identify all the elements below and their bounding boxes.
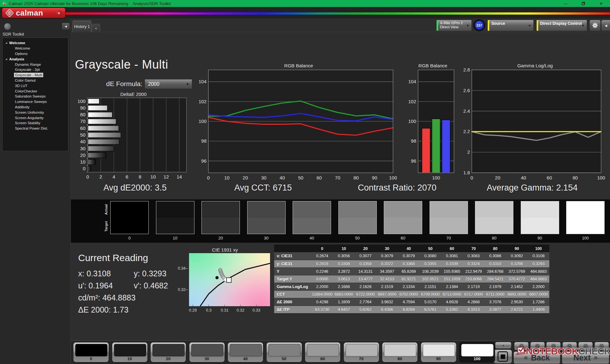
- toolbar-button-1[interactable]: [514, 342, 529, 350]
- gamma-line-chart: Gamma Log/Log 1.822.22.42.62.80204060801…: [460, 63, 610, 184]
- svg-text:30: 30: [80, 146, 85, 151]
- sidebar-item-screen-stability[interactable]: Screen Stability: [3, 120, 68, 126]
- svg-text:2.8: 2.8: [463, 68, 470, 72]
- svg-text:0: 0: [207, 175, 210, 180]
- pattern-button-20[interactable]: 20: [150, 342, 186, 362]
- sidebar-item-screen-uniformity[interactable]: Screen Uniformity: [3, 110, 68, 115]
- pattern-button-80[interactable]: 80: [382, 342, 418, 362]
- actual-row-label: Actual: [104, 200, 108, 219]
- panel-collapse-icon[interactable]: ◀: [601, 20, 610, 31]
- de-formula-select[interactable]: 2000 ▼: [145, 79, 192, 89]
- sidebar-item-label: Dynamic Range: [14, 62, 42, 67]
- table-cell: 63.3730: [311, 306, 333, 313]
- minimize-icon[interactable]: —: [557, 0, 574, 7]
- table-cell: 4.6928: [441, 298, 463, 306]
- pattern-button-0[interactable]: 0: [73, 342, 109, 362]
- stat-contrast-ratio: Contrast Ratio: 2070: [358, 183, 437, 193]
- sidebar-pin-button[interactable]: [4, 23, 11, 30]
- pattern-button-30[interactable]: 30: [189, 342, 225, 362]
- stop-measure-button[interactable]: [493, 349, 512, 364]
- sidebar-item-dynamic-range[interactable]: Dynamic Range: [3, 62, 68, 67]
- sidebar-item-spectral-power-dist-[interactable]: Spectral Power Dist.: [3, 126, 68, 131]
- table-cell: 6607.0000: [528, 290, 549, 298]
- meter-dropdown[interactable]: X-Rite i1Pro 2 Direct View ▼: [436, 20, 472, 31]
- chevron-down-icon: ▼: [186, 82, 189, 86]
- table-cell: 6697.0000: [376, 290, 398, 298]
- pattern-button-50[interactable]: 50: [266, 342, 302, 362]
- grayscale-swatch-20: [201, 201, 240, 234]
- sidebar-item-options[interactable]: Options: [3, 51, 68, 57]
- svg-text:2.2: 2.2: [463, 129, 470, 134]
- toolbar-button-5[interactable]: [578, 342, 593, 350]
- pattern-button-10[interactable]: 10: [112, 342, 148, 362]
- table-cell: 0.3339: [441, 260, 463, 267]
- sidebar-item-additivity[interactable]: Additivity: [3, 104, 68, 110]
- stat-average-gamma: Average Gamma: 2.154: [487, 183, 578, 193]
- toolbar-button-2[interactable]: [530, 342, 545, 350]
- current-reading-title: Current Reading: [78, 253, 173, 263]
- sidebar-item-grayscale-multi[interactable]: Grayscale - Multi: [3, 72, 68, 78]
- sidebar-item-colorchecker[interactable]: ColorChecker: [3, 88, 68, 94]
- settings-button[interactable]: [589, 20, 601, 31]
- sidebar-item-label: 3D LUT: [14, 84, 29, 88]
- add-tab-button[interactable]: +: [92, 24, 100, 32]
- pattern-button-70[interactable]: 70: [343, 342, 379, 362]
- current-reading-uv: u': 0.1964 v': 0.4682: [78, 281, 173, 290]
- tree-expander-icon[interactable]: ◢: [5, 42, 8, 44]
- table-cell: 2.1519: [376, 283, 398, 290]
- sidebar-item-luminance-sweeps[interactable]: Luminance Sweeps: [3, 99, 68, 104]
- display-control-dropdown[interactable]: Direct Display Control ▼: [536, 20, 587, 31]
- swatch-level-label: 0: [110, 236, 149, 240]
- table-cell: 0.2246: [311, 267, 333, 275]
- table-cell: 4.6457: [333, 306, 355, 313]
- sidebar-item-saturation-sweeps[interactable]: Saturation Sweeps: [3, 94, 68, 99]
- table-cell: 0.3355: [419, 260, 441, 267]
- pattern-button-60[interactable]: 60: [305, 342, 341, 362]
- next-button[interactable]: Next »: [562, 351, 609, 364]
- sidebar-item-welcome[interactable]: ◢Welcome: [3, 40, 68, 46]
- table-cell: 0.4298: [311, 298, 333, 306]
- display-control-status-accent: [537, 20, 538, 31]
- table-cell: 464.8883: [528, 275, 549, 283]
- expand-up-icon[interactable]: ▲: [495, 342, 512, 349]
- tree-expander-icon[interactable]: ◢: [5, 58, 8, 60]
- sidebar-item-analysis[interactable]: ◢Analysis: [3, 56, 68, 62]
- table-row: x: CIE310.26740.30560.30770.30790.30790.…: [274, 252, 549, 260]
- svg-text:14: 14: [177, 174, 182, 179]
- table-cell: 0.3092: [506, 252, 528, 260]
- svg-text:10: 10: [151, 174, 156, 179]
- tab-history-1[interactable]: History 1: [72, 20, 92, 32]
- calman-menu-button[interactable]: calman ▼: [2, 8, 65, 18]
- restore-icon[interactable]: [574, 0, 592, 7]
- toolbar-button-4[interactable]: [562, 342, 577, 350]
- sidebar-item-color-gamut[interactable]: Color Gamut: [3, 78, 68, 83]
- table-cell: 0.3077: [355, 252, 376, 260]
- svg-text:2: 2: [467, 149, 470, 155]
- back-button[interactable]: « Back: [513, 351, 560, 364]
- table-column-header: 40: [398, 245, 419, 252]
- pattern-button-90[interactable]: 90: [421, 342, 457, 362]
- pattern-button-40[interactable]: 40: [227, 342, 263, 362]
- sidebar-item-welcome[interactable]: Welcome: [3, 46, 68, 51]
- close-icon[interactable]: ✕: [592, 0, 610, 7]
- sidebar-item-3d-lut[interactable]: 3D LUT: [3, 83, 68, 88]
- sidebar-item-grayscale-2pt[interactable]: Grayscale - 2pt: [3, 67, 68, 72]
- pattern-button-100[interactable]: 100: [459, 342, 495, 362]
- table-row-label: ΔE ITP: [274, 306, 311, 313]
- table-cell: 3.7076: [485, 298, 506, 306]
- chevron-down-icon[interactable]: ▼: [56, 10, 62, 17]
- pattern-swatch: [346, 344, 378, 356]
- toolbar-button-6[interactable]: [594, 342, 609, 350]
- sidebar-collapse-icon[interactable]: ◀: [62, 23, 70, 30]
- cie-x-tick-label: 0.31: [221, 308, 228, 313]
- source-dropdown[interactable]: Source ▼: [487, 20, 534, 31]
- toolbar-button-3[interactable]: [546, 342, 561, 350]
- table-cell: 1.4409: [528, 306, 549, 313]
- cie-1931-chart: CIE 1931 xy 0.34–0.32–0.290.30.310.320.3…: [176, 247, 274, 318]
- pattern-label: 30: [189, 356, 225, 361]
- table-row: Y0.22463.287214.313134.359765.8269108.20…: [274, 267, 549, 275]
- sidebar-item-screen-angularity[interactable]: Screen Angularity: [3, 115, 68, 120]
- table-cell: 1.1609: [333, 298, 355, 306]
- chevron-down-icon: ▼: [581, 24, 585, 27]
- pattern-label: 10: [112, 356, 147, 361]
